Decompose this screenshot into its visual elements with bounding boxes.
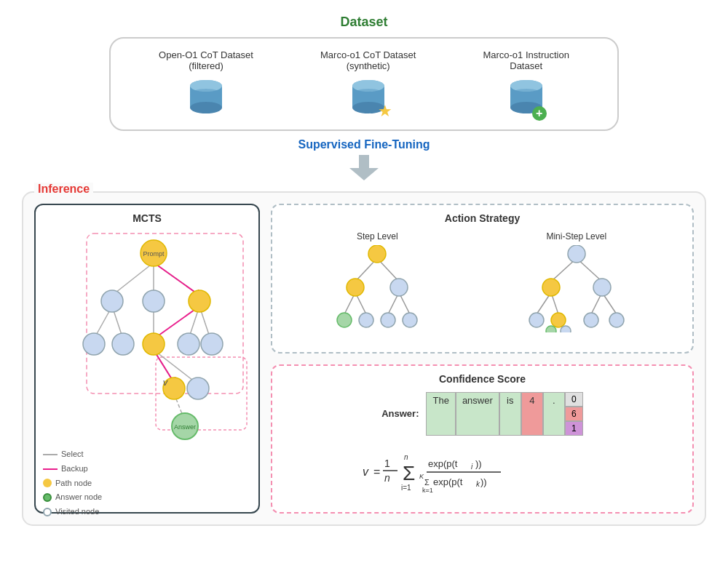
- legend-select-line: [43, 454, 58, 455]
- svg-point-42: [112, 333, 134, 355]
- svg-line-22: [112, 263, 154, 295]
- svg-point-75: [529, 313, 544, 327]
- dataset-item-open-o1: Open-O1 CoT Dataset(filtered): [159, 49, 253, 119]
- database-icon-2: ★: [350, 79, 387, 119]
- legend-answer-node: Answer node: [43, 490, 251, 505]
- svg-point-40: [189, 290, 210, 312]
- svg-point-39: [143, 290, 165, 312]
- svg-text:exp(p(t: exp(p(t: [433, 476, 463, 487]
- mcts-legend: Select Backup Path node Answer node Visi…: [43, 447, 251, 519]
- svg-point-44: [178, 333, 199, 355]
- svg-point-78: [609, 313, 624, 327]
- svg-text:k=1: k=1: [422, 487, 433, 494]
- svg-text:★: ★: [378, 102, 392, 120]
- action-strategy-title: Action Strategy: [283, 212, 681, 224]
- svg-text:v: v: [363, 466, 369, 478]
- formula-svg: v = 1 n Σ i=1 n exp(p(t i )): [355, 445, 610, 496]
- step-level-item: Step Level: [330, 231, 424, 332]
- score-cells: 0 6 1: [565, 392, 583, 436]
- svg-point-43: [143, 333, 165, 355]
- svg-text:n: n: [384, 472, 390, 484]
- svg-point-72: [568, 245, 585, 263]
- dataset-section: Dataset Open-O1 CoT Dataset(filtered) Ma…: [22, 15, 706, 131]
- svg-point-47: [187, 378, 209, 399]
- svg-text:)): )): [480, 476, 487, 487]
- svg-text:1: 1: [384, 458, 390, 469]
- step-level-label: Step Level: [357, 231, 398, 241]
- mini-step-level-label: Mini-Step Level: [546, 231, 606, 241]
- svg-point-63: [403, 313, 417, 327]
- token-dot: .: [543, 392, 565, 436]
- sft-section: Supervised Fine-Tuning: [22, 138, 706, 180]
- mcts-title: MCTS: [43, 212, 251, 224]
- score-cell-1: 1: [565, 421, 583, 436]
- svg-rect-18: [359, 155, 369, 168]
- right-panels: Action Strategy Step Level: [271, 204, 694, 514]
- confidence-content: Answer: The answer is 4 . 0 6: [283, 392, 681, 496]
- dataset-item-open-o1-label: Open-O1 CoT Dataset(filtered): [159, 49, 253, 71]
- legend-visited-node: Visited node: [43, 505, 251, 519]
- svg-marker-19: [349, 168, 379, 180]
- sft-label: Supervised Fine-Tuning: [298, 138, 430, 151]
- svg-text:Prompt: Prompt: [143, 250, 165, 257]
- legend-path-dot: [43, 479, 52, 487]
- svg-point-4: [190, 89, 222, 100]
- token-4: 4: [521, 392, 543, 436]
- legend-select: Select: [43, 447, 251, 462]
- legend-visited-dot: [43, 508, 52, 516]
- svg-text:i: i: [471, 463, 473, 471]
- svg-text:Σ: Σ: [403, 462, 415, 484]
- svg-point-77: [584, 313, 598, 327]
- token-is: is: [499, 392, 521, 436]
- svg-point-60: [337, 313, 352, 327]
- answer-tokens: The answer is 4 . 0 6 1: [426, 392, 582, 436]
- confidence-score-panel: Confidence Score Answer: The answer is 4…: [271, 364, 694, 514]
- sft-arrow: [346, 155, 382, 180]
- svg-text:Σ: Σ: [424, 478, 430, 487]
- svg-line-33: [154, 263, 199, 295]
- svg-point-45: [201, 333, 223, 355]
- action-strategies-row: Step Level: [283, 231, 681, 332]
- confidence-score-title: Confidence Score: [283, 373, 681, 385]
- formula-row: v = 1 n Σ i=1 n exp(p(t i )): [355, 445, 610, 496]
- step-level-tree: [330, 245, 424, 332]
- mcts-panel: MCTS: [34, 204, 260, 514]
- svg-point-79: [546, 326, 556, 332]
- action-strategy-panel: Action Strategy Step Level: [271, 204, 694, 354]
- tokens-and-scores: The answer is 4 . 0 6 1: [426, 392, 582, 436]
- inference-section: Inference MCTS: [22, 191, 706, 526]
- dataset-item-marco-instruction: Marco-o1 InstructionDataset +: [483, 49, 569, 119]
- svg-text:exp(p(t: exp(p(t: [428, 458, 458, 469]
- mini-step-level-tree: [518, 245, 635, 332]
- mcts-tree-svg: Prompt v: [43, 230, 250, 441]
- score-cell-6: 6: [565, 407, 583, 421]
- svg-point-76: [551, 313, 566, 327]
- svg-point-80: [561, 326, 571, 332]
- answer-label: Answer:: [381, 408, 419, 419]
- svg-point-38: [101, 290, 123, 312]
- mcts-tree: Prompt v: [43, 230, 251, 444]
- svg-point-73: [542, 279, 560, 296]
- legend-backup: Backup: [43, 462, 251, 476]
- svg-point-41: [83, 333, 105, 355]
- mini-step-level-item: Mini-Step Level: [518, 231, 635, 332]
- dataset-title: Dataset: [340, 15, 387, 30]
- legend-path-node: Path node: [43, 476, 251, 491]
- svg-point-61: [359, 313, 373, 327]
- dataset-item-marco-instruction-label: Marco-o1 InstructionDataset: [483, 49, 569, 71]
- svg-text:i=1: i=1: [401, 484, 411, 492]
- svg-text:+: +: [536, 107, 542, 119]
- legend-backup-line: [43, 468, 58, 470]
- svg-text:Answer: Answer: [174, 423, 196, 431]
- database-icon-3: +: [508, 79, 545, 119]
- answer-row: Answer: The answer is 4 . 0 6: [381, 392, 583, 436]
- svg-text:=: =: [373, 466, 380, 478]
- svg-point-58: [347, 279, 364, 296]
- svg-point-57: [368, 245, 386, 263]
- svg-point-59: [390, 279, 408, 296]
- token-the: The: [426, 392, 455, 436]
- legend-answer-dot: [43, 493, 52, 502]
- inference-label: Inference: [34, 183, 93, 196]
- database-icon-1: [188, 79, 224, 119]
- score-cell-0: 0: [565, 392, 583, 407]
